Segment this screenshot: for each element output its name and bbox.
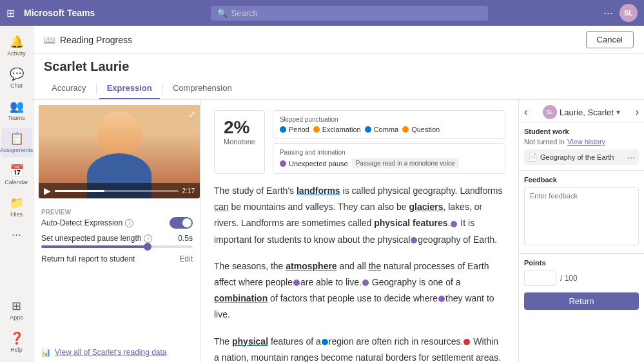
auto-detect-label: Auto-Detect Expression i <box>41 218 133 227</box>
student-work-title: Student work <box>524 128 639 135</box>
points-input[interactable] <box>524 271 556 286</box>
progress-bar[interactable] <box>55 190 179 192</box>
search-bar[interactable]: 🔍 <box>211 6 488 21</box>
student-work-status: Not turned in View history <box>524 138 639 146</box>
comma-dot <box>365 126 371 133</box>
paragraph-3: The physical features of aregion are oft… <box>214 334 505 363</box>
sidebar-item-teams[interactable]: 👥 Teams <box>1 95 32 125</box>
sidebar-label-apps: Apps <box>10 314 23 321</box>
chevron-down-icon[interactable]: ▾ <box>616 108 620 117</box>
sidebar-label-assignments: Assignments <box>0 147 33 153</box>
apps-icon: ⊞ <box>12 299 21 313</box>
assignment-item: 📄 Geography of the Earth ··· <box>524 149 639 165</box>
assignments-icon: 📋 <box>10 131 24 146</box>
paragraph-1: The study of Earth's landforms is called… <box>214 183 505 248</box>
view-data-icon: 📊 <box>41 348 51 357</box>
return-button[interactable]: Return <box>524 292 639 310</box>
word-glaciers: glaciers <box>409 202 444 212</box>
student-name: Scarlet Laurie <box>44 59 634 74</box>
activity-icon: 🔔 <box>10 35 24 49</box>
pause-info-icon[interactable]: i <box>144 234 152 243</box>
chat-icon: 💬 <box>10 67 24 81</box>
sidebar-item-assignments[interactable]: 📋 Assignments <box>1 128 32 157</box>
period-label: Period <box>289 126 309 133</box>
pausing-section: Pausing and intonation Unexpected pause … <box>273 143 505 174</box>
search-input[interactable] <box>231 8 482 18</box>
exclamation-dot <box>313 126 320 133</box>
sidebar-item-help[interactable]: ❓ Help <box>1 327 32 357</box>
period-dot <box>280 126 286 133</box>
prev-student-button[interactable]: ‹ <box>524 106 527 118</box>
more-icon: ··· <box>12 228 21 242</box>
app-grid-icon[interactable]: ⊞ <box>6 7 19 19</box>
points-title: Points <box>524 259 639 267</box>
return-row: Return full report to student Edit <box>41 254 193 263</box>
next-student-button[interactable]: › <box>636 106 639 118</box>
skipped-punctuation-section: Skipped punctuation Period Exclamation <box>273 110 505 139</box>
sidebar-label-help: Help <box>10 347 23 353</box>
tag-period: Period <box>280 126 309 133</box>
left-panel: ⤢ ▶ 2:17 PREVIEW Auto-Detect Expressi <box>34 100 201 362</box>
avatar[interactable]: SL <box>620 4 638 22</box>
sidebar-item-activity[interactable]: 🔔 Activity <box>1 31 32 61</box>
pause-marker-2 <box>411 237 417 243</box>
play-button[interactable]: ▶ <box>44 186 51 196</box>
tag-exclamation: Exclamation <box>313 126 361 133</box>
sidebar-item-files[interactable]: 📁 Files <box>1 192 32 222</box>
toggle-knob <box>182 218 191 227</box>
sidebar-item-calendar[interactable]: 📅 Calendar <box>1 160 32 189</box>
tab-comprehension[interactable]: Comprehension <box>165 78 240 99</box>
pause-marker-3 <box>293 280 300 286</box>
middle-section: ⤢ ▶ 2:17 PREVIEW Auto-Detect Expressi <box>34 100 644 362</box>
rp-title-row: 📖 Reading Progress <box>44 35 132 45</box>
assignment-more-icon[interactable]: ··· <box>627 152 635 162</box>
fullscreen-icon[interactable]: ⤢ <box>188 109 196 119</box>
view-data-section: 📊 View all of Scarlet's reading data <box>34 343 200 362</box>
return-label: Return full report to student <box>41 254 135 263</box>
feedback-input[interactable] <box>524 187 639 245</box>
word-landforms-1: landforms <box>297 186 340 196</box>
tab-accuracy[interactable]: Accuracy <box>44 78 93 99</box>
pause-label: Set unexpected pause length i <box>41 234 152 243</box>
more-options-icon[interactable]: ··· <box>603 6 613 20</box>
student-section: Scarlet Laurie <box>34 54 644 78</box>
skipped-tags: Period Exclamation Comma <box>280 126 498 133</box>
preview-section: PREVIEW Auto-Detect Expression i Set une… <box>34 204 200 269</box>
content-area: 📖 Reading Progress Cancel Scarlet Laurie… <box>34 26 644 362</box>
tag-unexpected-pause: Unexpected pause <box>280 158 348 168</box>
auto-detect-info-icon[interactable]: i <box>125 219 133 227</box>
passage-tag: Passage read in a monotone voice <box>352 158 459 168</box>
reading-progress-header: 📖 Reading Progress Cancel <box>34 26 644 54</box>
paragraph-2: The seasons, the atmosphere and all the … <box>214 258 505 323</box>
slider-thumb <box>144 243 151 251</box>
sidebar-item-apps[interactable]: ⊞ Apps <box>1 295 32 325</box>
tab-expression[interactable]: Expression <box>99 78 160 99</box>
right-panel: ‹ SL Laurie, Scarlet ▾ › Student work No… <box>518 100 644 362</box>
topbar-left: ⊞ Microsoft Teams <box>6 7 95 19</box>
auto-detect-toggle[interactable] <box>170 217 193 229</box>
points-row: / 100 <box>524 271 639 286</box>
sidebar-item-more[interactable]: ··· <box>1 224 32 245</box>
points-total: / 100 <box>560 274 578 283</box>
assignment-title: 📄 Geography of the Earth <box>528 153 614 162</box>
edit-link[interactable]: Edit <box>179 254 193 263</box>
tab-divider-2: | <box>160 83 165 95</box>
pause-slider[interactable] <box>41 245 193 248</box>
view-history-link[interactable]: View history <box>567 138 605 146</box>
reading-progress-title: Reading Progress <box>60 35 132 45</box>
pausing-tags: Unexpected pause Passage read in a monot… <box>280 158 498 168</box>
pause-dot <box>280 160 286 167</box>
teams-icon: 👥 <box>10 99 24 113</box>
sidebar-item-chat[interactable]: 💬 Chat <box>1 63 32 93</box>
cancel-button[interactable]: Cancel <box>586 31 634 48</box>
student-avatar: SL <box>543 105 557 119</box>
monotone-metric-box: 2% Monotone <box>214 110 265 174</box>
topbar: ⊞ Microsoft Teams 🔍 ··· SL <box>0 0 644 26</box>
slider-fill <box>41 245 148 248</box>
word-can-1: can <box>214 202 229 212</box>
student-work-section: Student work Not turned in View history … <box>519 122 644 171</box>
video-container: ⤢ ▶ 2:17 <box>39 105 200 198</box>
view-data-link[interactable]: View all of Scarlet's reading data <box>55 348 167 357</box>
reading-progress-icon: 📖 <box>44 35 55 45</box>
app-name: Microsoft Teams <box>24 8 95 18</box>
